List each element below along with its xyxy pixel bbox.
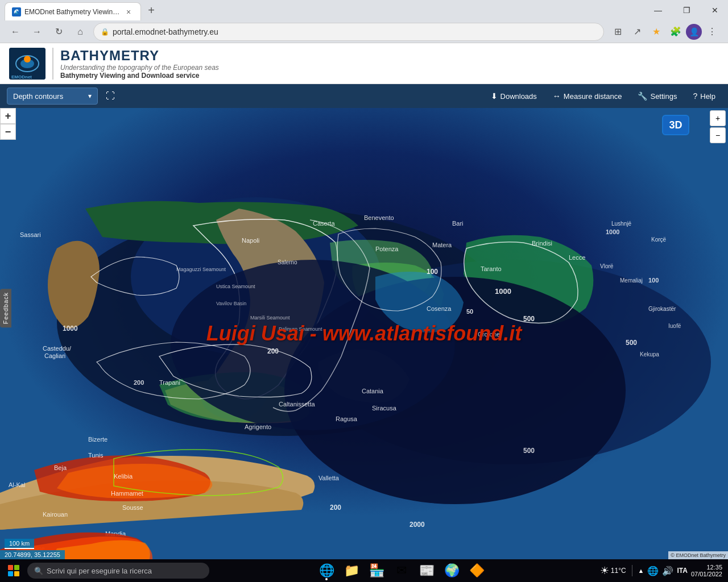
svg-text:Cosenza: Cosenza [427,305,452,312]
svg-text:Sousse: Sousse [122,504,143,511]
scale-text: 100 km [9,540,30,547]
tray-volume[interactable]: 🔊 [662,566,673,576]
svg-text:Cagliari: Cagliari [44,352,65,359]
svg-text:Lushnjë: Lushnjë [611,221,631,227]
taskbar-tray: ☀ 11°C ▲ 🌐 🔊 ITA 12:35 07/01/2022 [594,564,728,577]
back-button[interactable]: ← [7,23,24,40]
svg-text:Taranto: Taranto [481,265,502,272]
reload-button[interactable]: ↻ [50,23,67,40]
share-button[interactable]: ↗ [628,23,646,41]
app-title: BATHYMETRY [60,48,219,64]
fullscreen-button[interactable]: ⛶ [102,88,118,104]
bookmark-button[interactable]: ★ [647,23,665,41]
tab-close-button[interactable]: × [123,7,134,17]
windows-icon [8,565,19,576]
svg-text:1000: 1000 [63,325,78,332]
map-zoom-out-button[interactable]: − [710,127,726,143]
svg-text:Catania: Catania [362,388,384,394]
tray-date: 07/01/2022 [691,571,722,577]
logo-text: BATHYMETRY Understanding the topography … [52,48,219,80]
attribution-text: © EMODnet Bathymetry [671,552,726,558]
profile-avatar[interactable]: 👤 [686,24,702,40]
extensions-button[interactable]: 🧩 [667,23,685,41]
svg-text:Sassari: Sassari [20,231,41,238]
svg-text:Kekupa: Kekupa [640,351,659,357]
taskbar-app-store[interactable]: 🏪 [365,559,388,582]
help-button[interactable]: ? Help [687,89,721,103]
svg-text:Gjirokastër: Gjirokastër [648,306,676,312]
svg-text:Magaguzzi Seamount: Magaguzzi Seamount [176,267,226,272]
forward-button[interactable]: → [28,23,46,40]
svg-text:100: 100 [427,268,438,276]
tray-up-arrow[interactable]: ▲ [638,567,644,574]
map-zoom-in-button[interactable]: + [710,110,726,126]
taskbar-app-vlc[interactable]: 🔶 [465,559,488,582]
settings-button[interactable]: 🔧 Settings [632,89,682,103]
settings-icon: 🔧 [638,92,647,101]
coordinates-text: 20.74899, 35.12255 [5,551,60,558]
zoom-out-button[interactable]: − [0,124,16,140]
map-container[interactable]: 100 1000 500 50 200 1000 200 200 2000 50… [0,108,728,559]
svg-text:Bari: Bari [452,220,464,227]
svg-point-3 [24,56,31,63]
tab-bar: 🌊 EMODnet Bathymetry Viewing a... × + — … [0,0,728,20]
app-subtitle2: Bathymetry Viewing and Download service [60,72,219,80]
tray-divider [632,565,632,576]
minimize-button[interactable]: — [645,1,671,19]
close-button[interactable]: ✕ [702,1,728,19]
tray-clock[interactable]: 12:35 07/01/2022 [691,564,722,577]
svg-text:Casteddu/: Casteddu/ [43,345,72,352]
svg-text:Matera: Matera [432,242,452,248]
layer-dropdown[interactable]: Depth contours ▾ [7,88,98,105]
svg-text:Hammamet: Hammamet [111,490,143,497]
taskbar-app-news[interactable]: 📰 [415,559,438,582]
svg-text:1000: 1000 [606,228,619,235]
app-subtitle: Understanding the topography of the Euro… [60,64,219,72]
vlc-icon: 🔶 [469,563,485,578]
tray-network[interactable]: 🌐 [647,566,659,576]
screen-capture-button[interactable]: ⊞ [609,23,627,41]
logo-area: EMODnet BATHYMETRY Understanding the top… [9,48,219,80]
tab-title: EMODnet Bathymetry Viewing a... [24,8,120,16]
settings-label: Settings [650,92,677,101]
downloads-button[interactable]: ⬇ Downloads [485,89,543,103]
start-button[interactable] [0,559,27,582]
taskbar-app-edge[interactable]: 🌐 [315,559,338,582]
svg-text:1000: 1000 [495,287,511,296]
help-label: Help [700,92,715,101]
url-input[interactable]: 🔒 portal.emodnet-bathymetry.eu [93,23,604,41]
feedback-tab[interactable]: Feedback [0,289,11,327]
svg-text:Caltanissetta: Caltanissetta [279,401,315,408]
new-tab-button[interactable]: + [143,2,159,18]
weather-icon: ☀ [600,564,609,577]
map-toolbar: Depth contours ▾ ⛶ ⬇ Downloads ↔ Measure… [0,84,728,108]
chrome-icon: 🌍 [444,563,460,578]
taskbar-app-mail[interactable]: ✉ [390,559,413,582]
zoom-in-button[interactable]: + [0,108,16,124]
taskbar-app-explorer[interactable]: 📁 [340,559,363,582]
svg-text:Benevento: Benevento [364,214,394,221]
3d-button[interactable]: 3D [662,115,689,135]
tray-language[interactable]: ITA [677,567,687,575]
home-button[interactable]: ⌂ [72,23,89,40]
svg-text:Salerno: Salerno [278,259,297,265]
layer-dropdown-label: Depth contours [13,92,84,101]
svg-text:Lecce: Lecce [569,254,585,261]
maximize-button[interactable]: ❐ [673,1,700,19]
menu-button[interactable]: ⋮ [703,23,721,41]
browser-tab[interactable]: 🌊 EMODnet Bathymetry Viewing a... × [5,2,141,20]
measure-distance-button[interactable]: ↔ Measure distance [547,89,628,103]
taskbar-app-chrome[interactable]: 🌍 [440,559,463,582]
svg-text:Beja: Beja [54,464,67,471]
svg-text:Potenza: Potenza [375,246,399,252]
map-svg: 100 1000 500 50 200 1000 200 200 2000 50… [0,108,728,559]
tray-weather[interactable]: ☀ 11°C [600,564,626,577]
download-icon: ⬇ [491,92,498,101]
svg-text:Memaliaj: Memaliaj [620,277,643,284]
svg-text:Vlorë: Vlorë [600,263,614,269]
taskbar: 🔍 Scrivi qui per eseguire la ricerca 🌐 📁… [0,559,728,582]
svg-text:Crotone: Crotone [478,331,500,338]
help-icon: ? [693,92,697,101]
svg-text:Bizerte: Bizerte [88,436,107,443]
taskbar-search[interactable]: 🔍 Scrivi qui per eseguire la ricerca [27,563,209,579]
